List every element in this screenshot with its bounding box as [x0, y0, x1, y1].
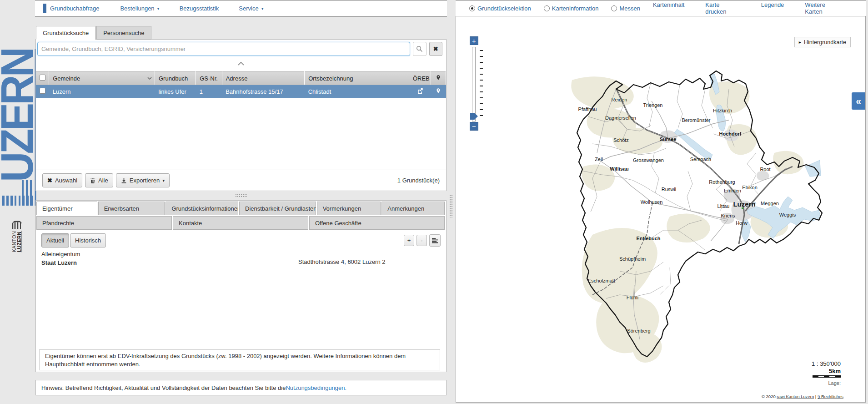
col-oereb[interactable]: ÖREB	[409, 72, 431, 85]
col-adresse[interactable]: Adresse	[222, 72, 305, 85]
list-view-button[interactable]	[429, 234, 441, 247]
link-karteninhalt[interactable]: Karteninhalt	[653, 1, 684, 15]
map-label-ruswil: Ruswil	[662, 187, 676, 192]
historisch-button[interactable]: Historisch	[70, 233, 106, 247]
active-nav-marker	[43, 4, 46, 13]
map-label-hochdorf: Hochdorf	[719, 131, 742, 136]
font-increase-button[interactable]: +	[404, 235, 414, 246]
tab-eigentuemer[interactable]: Eigentümer	[36, 202, 97, 215]
results-footer: ✖ Auswahl Alle Exportieren ▾ 1 Grundstüc…	[36, 170, 446, 191]
kanton-luzern-logo: KANTON LUZERN	[1, 209, 33, 264]
scale-ratio: 1 : 350'000	[812, 360, 841, 367]
tab-personensuche[interactable]: Personensuche	[96, 26, 151, 40]
tab-offene-geschaefte[interactable]: Offene Geschäfte	[309, 216, 445, 230]
close-icon: ✖	[433, 45, 438, 52]
alle-button[interactable]: Alle	[85, 173, 113, 187]
clear-search-button[interactable]: ✖	[429, 42, 443, 56]
results-table: Gemeinde Grundbuch GS-Nr. Adresse Ortsbe…	[36, 71, 446, 98]
radio-icon	[611, 5, 617, 11]
external-link-icon[interactable]	[417, 88, 423, 94]
kanton-flag-icon	[12, 221, 22, 229]
tab-erwerbsarten[interactable]: Erwerbsarten	[98, 202, 165, 215]
map-label-weggis: Weggis	[779, 212, 796, 217]
search-button[interactable]	[413, 42, 426, 56]
radio-icon	[544, 5, 550, 11]
main-nav: Grundbuchabfrage Bestellungen▾ Bezugssta…	[35, 0, 447, 17]
align-list-icon	[432, 238, 438, 243]
zoom-out-button[interactable]: −	[470, 122, 478, 131]
nav-bezugsstatistik[interactable]: Bezugsstatistik	[180, 5, 219, 12]
result-row-luzern[interactable]: Luzern linkes Ufer 1 Bahnhofstrasse 15/1…	[36, 85, 446, 98]
col-gemeinde[interactable]: Gemeinde	[49, 72, 155, 85]
zoom-slider-track[interactable]	[472, 47, 476, 121]
map-label-luzern: Luzern	[733, 200, 755, 208]
radio-grundstueckselektion[interactable]: Grundstückselektion	[469, 5, 531, 12]
owner-info-note: Eigentümer können erst ab EDV-Inkraftset…	[39, 349, 440, 370]
scale-bar	[813, 375, 841, 378]
tab-vormerkungen[interactable]: Vormerkungen	[317, 202, 381, 215]
select-all-checkbox[interactable]	[40, 75, 45, 81]
map-toolbar: Grundstückselektion Karteninformation Me…	[456, 0, 866, 16]
link-karte-drucken[interactable]: Karte drucken	[705, 1, 740, 15]
caret-down-icon: ▾	[162, 178, 165, 183]
col-gsnr[interactable]: GS-Nr.	[196, 72, 222, 85]
search-panel: ✖ Gemeinde Grundbuch GS-Nr. Adresse Orts…	[35, 39, 447, 191]
map-area[interactable]: ReidenPfaffnauTriengenDagmersellenHitzki…	[456, 16, 866, 403]
tab-pfandrechte[interactable]: Pfandrechte	[36, 216, 172, 230]
map-zoom-control: + −	[470, 36, 488, 133]
horizontal-splitter[interactable]	[35, 191, 447, 200]
nav-grundbuchabfrage[interactable]: Grundbuchabfrage	[50, 5, 99, 12]
hintergrundkarte-button[interactable]: ▸ Hintergrundkarte	[794, 37, 851, 47]
rawi-link[interactable]: rawi Kanton Luzern	[777, 394, 814, 399]
nav-service[interactable]: Service▾	[239, 5, 263, 12]
locate-pin-icon[interactable]	[436, 87, 441, 94]
cell-gemeinde: Luzern	[49, 85, 155, 98]
radio-messen[interactable]: Messen	[611, 5, 640, 12]
col-map-pin[interactable]	[431, 72, 446, 85]
map-label-triengen: Triengen	[643, 102, 662, 108]
map-label-schötz: Schötz	[613, 137, 629, 143]
map-pin-icon	[436, 74, 441, 81]
link-legende[interactable]: Legende	[761, 1, 784, 15]
tab-kontakte[interactable]: Kontakte	[173, 216, 308, 230]
search-icon	[416, 45, 423, 52]
panel-collapse-button[interactable]: «	[852, 92, 865, 110]
select-all-cell	[36, 72, 49, 85]
font-decrease-button[interactable]: -	[416, 235, 427, 246]
brand-strip: UZERN KANTON LUZERN	[0, 0, 35, 404]
zoom-in-button[interactable]: +	[470, 36, 478, 45]
vertical-splitter[interactable]	[447, 0, 456, 404]
radio-karteninformation[interactable]: Karteninformation	[544, 5, 599, 12]
tab-dienstbarkeit[interactable]: Dienstbarkeit / Grundlasten	[239, 202, 316, 215]
left-panel: Grundbuchabfrage Bestellungen▾ Bezugssta…	[35, 0, 447, 404]
cell-grundbuch: linkes Ufer	[155, 85, 196, 98]
map-scale-info: 1 : 350'000 5km Lage:	[812, 360, 841, 386]
zoom-slider-handle[interactable]	[470, 113, 478, 120]
exportieren-button[interactable]: Exportieren ▾	[116, 173, 170, 187]
tab-anmerkungen[interactable]: Anmerkungen	[381, 202, 445, 215]
application: UZERN KANTON LUZERN Grundbuchabfrage Bes…	[0, 0, 868, 404]
col-grundbuch[interactable]: Grundbuch	[155, 72, 196, 85]
tab-grundstuecksinformationen[interactable]: Grundstücksinformationen	[166, 202, 238, 215]
row-checkbox[interactable]	[40, 88, 45, 94]
chevron-up-icon	[238, 62, 244, 66]
luzern-logo-striped-l	[0, 180, 34, 206]
aktuell-button[interactable]: Aktuell	[41, 233, 69, 247]
tab-grundstuecksuche[interactable]: Grundstücksuche	[36, 26, 95, 40]
collapse-search-toggle[interactable]	[36, 60, 446, 68]
cell-ortsbezeichnung: Chlistadt	[305, 85, 409, 98]
nutzungsbedingungen-link[interactable]: Nutzungsbedingungen.	[286, 384, 346, 391]
search-input[interactable]	[37, 42, 410, 56]
map-label-horw: Horw	[736, 220, 748, 226]
auswahl-button[interactable]: ✖ Auswahl	[42, 173, 82, 187]
lage-label: Lage:	[812, 380, 841, 386]
caret-down-icon: ▾	[261, 6, 264, 11]
col-ortsbezeichnung[interactable]: Ortsbezeichnung	[305, 72, 409, 85]
cell-gsnr: 1	[196, 85, 222, 98]
map-label-beromünster: Beromünster	[682, 117, 711, 123]
map-label-zell: Zell	[595, 157, 603, 162]
rechtliches-link[interactable]: § Rechtliches	[818, 394, 843, 399]
map-label-wolhusen: Wolhusen	[641, 199, 663, 205]
nav-bestellungen[interactable]: Bestellungen▾	[120, 5, 159, 12]
link-weitere-karten[interactable]: Weitere Karten	[805, 1, 842, 15]
